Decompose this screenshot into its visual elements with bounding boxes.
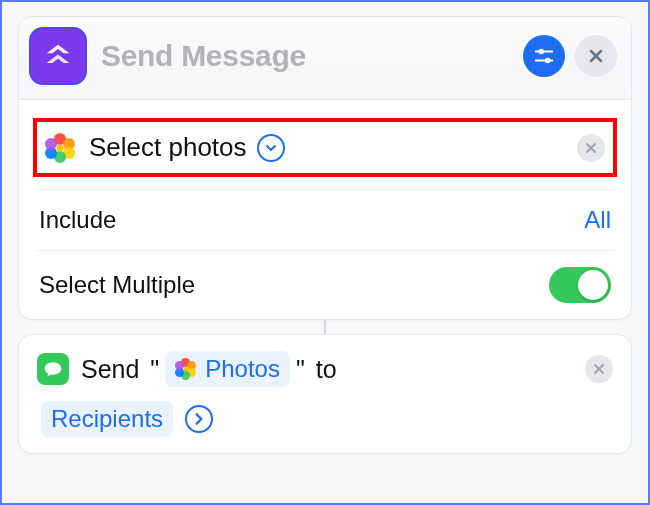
chevron-down-icon <box>265 142 277 154</box>
recipients-detail-button[interactable] <box>185 405 213 433</box>
recipients-row: Recipients <box>19 395 631 453</box>
recipients-token[interactable]: Recipients <box>41 401 173 437</box>
quote-close: " <box>296 355 312 384</box>
messages-app-icon <box>37 353 69 385</box>
include-row[interactable]: Include All <box>37 189 613 250</box>
page-title: Send Message <box>101 39 513 73</box>
photos-flower-icon <box>45 133 75 163</box>
remove-x-icon <box>593 363 605 375</box>
shortcuts-app-icon <box>29 27 87 85</box>
svg-point-2 <box>539 49 545 55</box>
send-row: Send " Photos " to <box>19 335 631 395</box>
action-connector <box>324 320 326 334</box>
chevron-right-icon <box>192 412 206 426</box>
quote-open: " <box>143 355 159 384</box>
remove-action-button[interactable] <box>577 134 605 162</box>
close-button[interactable] <box>575 35 617 77</box>
include-label: Include <box>39 206 116 234</box>
include-value[interactable]: All <box>584 206 611 234</box>
remove-send-action-button[interactable] <box>585 355 613 383</box>
app-frame: Send Message <box>0 0 650 505</box>
recipients-label: Recipients <box>51 405 163 433</box>
settings-button[interactable] <box>523 35 565 77</box>
photos-token-label: Photos <box>205 355 280 383</box>
remove-x-icon <box>585 142 597 154</box>
select-photos-action: Select photos Include All <box>19 118 631 319</box>
photos-flower-icon <box>175 358 197 380</box>
to-word: to <box>316 355 337 384</box>
header: Send Message <box>19 17 631 100</box>
toggle-knob <box>578 270 608 300</box>
expand-options-button[interactable] <box>257 134 285 162</box>
select-multiple-toggle[interactable] <box>549 267 611 303</box>
select-multiple-label: Select Multiple <box>39 271 195 299</box>
select-multiple-row: Select Multiple <box>37 250 613 319</box>
photos-variable-token[interactable]: Photos <box>165 351 290 387</box>
svg-point-3 <box>545 58 551 64</box>
send-message-action: Send " Photos " to <box>18 334 632 454</box>
highlighted-row: Select photos <box>33 118 617 177</box>
messages-bubble-icon <box>43 359 63 379</box>
close-x-icon <box>588 48 604 64</box>
shortcut-header-card: Send Message <box>18 16 632 320</box>
select-photos-title[interactable]: Select photos <box>89 132 247 163</box>
settings-sliders-icon <box>533 45 555 67</box>
send-verb: Send <box>81 355 139 384</box>
